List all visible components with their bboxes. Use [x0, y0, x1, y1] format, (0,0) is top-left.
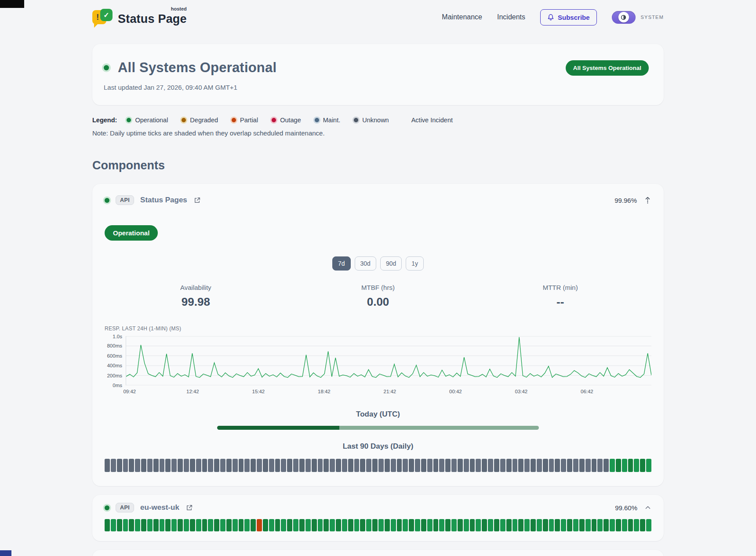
uptime-tick[interactable]	[293, 459, 298, 472]
uptime-tick[interactable]	[403, 519, 408, 531]
uptime-tick[interactable]	[579, 519, 585, 531]
uptime-tick[interactable]	[342, 459, 347, 472]
uptime-tick[interactable]	[549, 459, 554, 472]
uptime-tick[interactable]	[226, 519, 232, 531]
uptime-tick[interactable]	[372, 459, 378, 472]
uptime-tick[interactable]	[208, 459, 213, 472]
uptime-tick[interactable]	[378, 519, 384, 531]
uptime-tick[interactable]	[287, 519, 292, 531]
uptime-tick[interactable]	[500, 459, 505, 472]
chevron-up-icon[interactable]	[644, 505, 651, 510]
uptime-tick[interactable]	[190, 519, 195, 531]
uptime-tick[interactable]	[263, 459, 268, 472]
uptime-tick[interactable]	[451, 459, 457, 472]
uptime-tick[interactable]	[439, 519, 444, 531]
uptime-tick[interactable]	[476, 459, 481, 472]
uptime-tick[interactable]	[506, 459, 512, 472]
uptime-tick[interactable]	[518, 519, 523, 531]
uptime-tick[interactable]	[573, 459, 578, 472]
uptime-tick[interactable]	[366, 519, 371, 531]
uptime-tick[interactable]	[251, 519, 256, 531]
external-link-icon[interactable]	[193, 197, 201, 204]
uptime-tick[interactable]	[646, 519, 651, 531]
uptime-tick[interactable]	[622, 519, 627, 531]
uptime-tick[interactable]	[482, 519, 487, 531]
uptime-tick[interactable]	[111, 519, 116, 531]
uptime-tick[interactable]	[494, 519, 499, 531]
uptime-tick[interactable]	[214, 459, 219, 472]
uptime-tick[interactable]	[129, 519, 134, 531]
uptime-tick[interactable]	[178, 459, 183, 472]
brand-logo[interactable]: ! ✓ hosted Status Page	[92, 8, 187, 26]
uptime-tick[interactable]	[239, 519, 244, 531]
uptime-tick[interactable]	[433, 519, 439, 531]
uptime-tick[interactable]	[616, 519, 621, 531]
uptime-tick[interactable]	[585, 519, 591, 531]
uptime-tick[interactable]	[555, 459, 560, 472]
uptime-tick[interactable]	[464, 519, 469, 531]
uptime-tick[interactable]	[592, 519, 597, 531]
uptime-tick[interactable]	[129, 459, 134, 472]
uptime-tick[interactable]	[531, 519, 536, 531]
uptime-tick[interactable]	[105, 459, 110, 472]
uptime-tick[interactable]	[567, 519, 572, 531]
uptime-tick[interactable]	[305, 519, 311, 531]
uptime-tick[interactable]	[385, 459, 390, 472]
uptime-tick[interactable]	[105, 519, 110, 531]
uptime-tick[interactable]	[251, 459, 256, 472]
uptime-tick[interactable]	[610, 459, 615, 472]
uptime-tick[interactable]	[561, 459, 566, 472]
uptime-tick[interactable]	[451, 519, 457, 531]
uptime-tick[interactable]	[208, 519, 213, 531]
uptime-tick[interactable]	[323, 519, 329, 531]
uptime-tick[interactable]	[135, 519, 140, 531]
uptime-tick[interactable]	[646, 459, 651, 472]
uptime-tick[interactable]	[257, 519, 262, 531]
uptime-tick[interactable]	[531, 459, 536, 472]
uptime-tick[interactable]	[537, 459, 542, 472]
uptime-tick[interactable]	[220, 519, 225, 531]
uptime-tick[interactable]	[403, 459, 408, 472]
uptime-tick[interactable]	[366, 459, 371, 472]
uptime-tick[interactable]	[464, 459, 469, 472]
uptime-tick[interactable]	[244, 519, 250, 531]
uptime-tick[interactable]	[299, 459, 305, 472]
uptime-tick[interactable]	[269, 459, 274, 472]
uptime-tick[interactable]	[616, 459, 621, 472]
uptime-tick[interactable]	[281, 459, 286, 472]
uptime-tick[interactable]	[348, 459, 353, 472]
uptime-tick[interactable]	[603, 459, 609, 472]
subscribe-button[interactable]: Subscribe	[540, 9, 597, 26]
uptime-tick[interactable]	[482, 459, 487, 472]
uptime-tick[interactable]	[391, 519, 396, 531]
uptime-tick[interactable]	[123, 459, 128, 472]
uptime-tick[interactable]	[135, 459, 140, 472]
uptime-tick[interactable]	[567, 459, 572, 472]
uptime-tick[interactable]	[397, 459, 402, 472]
uptime-tick[interactable]	[233, 519, 238, 531]
uptime-tick[interactable]	[415, 459, 420, 472]
uptime-tick[interactable]	[287, 459, 292, 472]
uptime-tick[interactable]	[561, 519, 566, 531]
uptime-tick[interactable]	[312, 519, 317, 531]
uptime-tick[interactable]	[153, 519, 159, 531]
uptime-tick[interactable]	[318, 459, 323, 472]
uptime-tick[interactable]	[117, 459, 122, 472]
today-progress-bar[interactable]	[217, 426, 539, 430]
uptime-tick[interactable]	[330, 459, 335, 472]
uptime-tick[interactable]	[257, 459, 262, 472]
uptime-tick[interactable]	[269, 519, 274, 531]
uptime-tick[interactable]	[318, 519, 323, 531]
uptime-tick[interactable]	[433, 459, 439, 472]
uptime-tick[interactable]	[184, 519, 189, 531]
uptime-tick[interactable]	[165, 459, 171, 472]
uptime-tick[interactable]	[494, 459, 499, 472]
uptime-tick[interactable]	[196, 519, 201, 531]
uptime-tick[interactable]	[165, 519, 171, 531]
uptime-tick[interactable]	[470, 459, 475, 472]
uptime-tick[interactable]	[190, 459, 195, 472]
range-button-30d[interactable]: 30d	[355, 256, 376, 271]
uptime-tick[interactable]	[634, 459, 639, 472]
uptime-tick[interactable]	[336, 459, 341, 472]
uptime-tick[interactable]	[500, 519, 505, 531]
